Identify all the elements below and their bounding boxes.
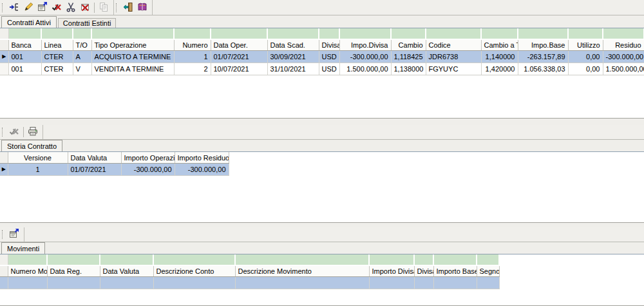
col-codice[interactable]: Codice	[426, 39, 481, 50]
contratti-grid: Banca Linea T/O Tipo Operazione Numero D…	[0, 28, 644, 75]
toolbar-gripper[interactable]	[2, 3, 5, 12]
col-importo-base[interactable]: Importo Base	[433, 265, 477, 276]
col-descrizione-movimento[interactable]: Descrizione Movimento	[235, 265, 369, 276]
row-indicator	[0, 276, 8, 289]
movimenti-grid: Numero Mov. Data Reg. Data Valuta Descri…	[0, 254, 500, 289]
col-importo-residuo[interactable]: Importo Residuo	[175, 152, 229, 163]
current-row-triangle-icon: ▶	[2, 166, 6, 172]
col-data-oper[interactable]: Data Oper.	[211, 39, 267, 50]
movimenti-empty-row[interactable]	[0, 276, 499, 289]
column-header-row: Numero Mov. Data Reg. Data Valuta Descri…	[0, 265, 499, 276]
tab-contratti-attivi[interactable]: Contratti Attivi	[1, 16, 57, 28]
col-divisa[interactable]: Divisa	[319, 39, 339, 50]
contratti-tabstrip: Contratti Attivi Contratti Estinti	[0, 15, 644, 28]
section-gap	[0, 223, 644, 227]
edit-button[interactable]	[21, 1, 35, 14]
properties-icon	[9, 229, 19, 240]
section-gap	[0, 119, 644, 125]
cut-button[interactable]	[64, 1, 78, 14]
movimenti-tabstrip: Movimenti	[0, 242, 644, 254]
properties-icon	[37, 2, 48, 14]
col-numero-mov[interactable]: Numero Mov.	[8, 265, 47, 276]
col-data-reg[interactable]: Data Reg.	[47, 265, 100, 276]
contratti-grid-area: Banca Linea T/O Tipo Operazione Numero D…	[0, 28, 644, 119]
col-segno[interactable]: Segno	[477, 265, 499, 276]
col-data-scad[interactable]: Data Scad.	[267, 39, 319, 50]
edit-pencil-icon	[23, 2, 33, 14]
group-header-row	[0, 28, 644, 39]
cut-scissors-icon	[66, 2, 76, 14]
properties-button[interactable]	[35, 1, 50, 14]
col-versione[interactable]: Versione	[8, 152, 68, 163]
col-tipo-operazione[interactable]: Tipo Operazione	[91, 39, 174, 50]
storia-toolbar-group	[0, 125, 43, 139]
col-cambio[interactable]: Cambio	[391, 39, 426, 50]
col-residuo[interactable]: Residuo	[603, 39, 644, 50]
cancel-button[interactable]	[50, 1, 64, 14]
col-importo-operazione[interactable]: Importo Operazione	[121, 152, 175, 163]
delete-button[interactable]	[78, 1, 92, 14]
print-button[interactable]	[26, 126, 40, 139]
col-data-valuta[interactable]: Data Valuta	[100, 265, 153, 276]
storia-toolbar	[0, 125, 644, 140]
column-header-row: Versione Data Valuta Importo Operazione …	[0, 152, 229, 163]
toolbar-separator	[23, 127, 24, 137]
col-linea[interactable]: Linea	[41, 39, 73, 50]
storia-tabstrip: Storia Contratto	[0, 140, 644, 151]
toolbar-gripper[interactable]	[2, 128, 5, 137]
toolbar-separator	[94, 3, 95, 13]
toolbar-gripper[interactable]	[2, 230, 5, 239]
tab-movimenti[interactable]: Movimenti	[1, 242, 45, 254]
col-banca[interactable]: Banca	[8, 39, 41, 50]
contratti-row[interactable]: 001 CTER V VENDITA A TERMINE 2 10/07/202…	[0, 62, 644, 75]
col-to[interactable]: T/O	[73, 39, 91, 50]
help-button[interactable]	[135, 1, 149, 14]
cancel-icon	[52, 2, 62, 14]
col-importo-divisa[interactable]: Importo Divisa	[369, 265, 414, 276]
row-indicator-header	[0, 254, 8, 265]
col-data-valuta[interactable]: Data Valuta	[68, 152, 121, 163]
append-record-icon	[9, 2, 19, 14]
group-header-row	[0, 254, 499, 265]
storia-grid: Versione Data Valuta Importo Operazione …	[0, 152, 229, 176]
col-impo-divisa[interactable]: Impo.Divisa	[339, 39, 391, 50]
current-row-triangle-icon: ▶	[2, 53, 6, 59]
delete-record-icon	[80, 2, 90, 14]
contratti-row-selected[interactable]: ▶ 001 CTER A ACQUISTO A TERMINE 1 01/07/…	[0, 50, 644, 62]
row-indicator: ▶	[0, 163, 8, 175]
row-indicator	[0, 62, 8, 75]
row-indicator: ▶	[0, 50, 8, 62]
col-divisa[interactable]: Divisa	[414, 265, 433, 276]
cancel-icon	[9, 126, 19, 138]
tab-storia-contratto[interactable]: Storia Contratto	[1, 140, 62, 151]
row-indicator-header	[0, 28, 8, 39]
storia-cancel-button[interactable]	[7, 126, 21, 139]
copy-icon	[99, 2, 109, 14]
col-numero[interactable]: Numero	[174, 39, 211, 50]
tab-contratti-estinti[interactable]: Contratti Estinti	[58, 18, 117, 28]
movimenti-grid-area: Numero Mov. Data Reg. Data Valuta Descri…	[0, 254, 644, 306]
copy-button[interactable]	[97, 1, 111, 14]
main-toolbar-group-app	[114, 0, 153, 15]
exit-button[interactable]	[121, 1, 135, 14]
help-book-icon	[137, 2, 147, 14]
movimenti-toolbar-group	[0, 227, 24, 242]
col-utilizzo[interactable]: Utilizzo	[568, 39, 603, 50]
storia-row-selected[interactable]: ▶ 1 01/07/2021 -300.000,00 -300.000,00	[0, 163, 229, 175]
toolbar-gripper[interactable]	[116, 3, 118, 12]
movimenti-toolbar	[0, 227, 644, 242]
append-record-button[interactable]	[7, 1, 21, 14]
column-header-row: Banca Linea T/O Tipo Operazione Numero D…	[0, 39, 644, 50]
main-toolbar-group-edit	[0, 0, 114, 15]
printer-icon	[28, 126, 38, 138]
movimenti-properties-button[interactable]	[7, 228, 21, 241]
main-toolbar	[0, 0, 644, 15]
exit-door-icon	[123, 2, 133, 14]
col-impo-base[interactable]: Impo.Base	[518, 39, 568, 50]
col-descrizione-conto[interactable]: Descrizione Conto	[153, 265, 235, 276]
col-cambio-a-t[interactable]: Cambio a T.	[481, 39, 518, 50]
storia-grid-area: Versione Data Valuta Importo Operazione …	[0, 151, 644, 223]
